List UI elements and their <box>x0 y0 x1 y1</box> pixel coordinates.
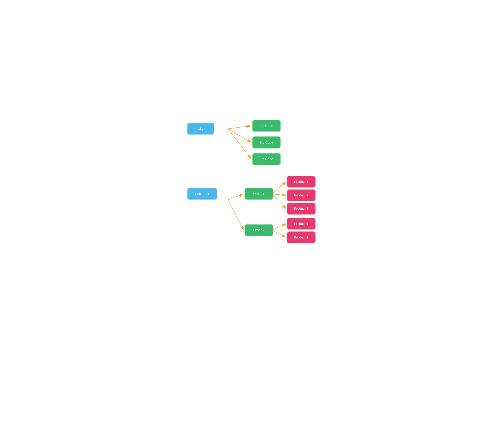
svg-line-8 <box>272 194 286 209</box>
svg-line-9 <box>272 224 286 230</box>
svg-line-3 <box>228 129 251 159</box>
order1-product3-node: Product 3 <box>287 203 316 215</box>
zipcode-node-1: Zip Code <box>252 120 281 132</box>
customer-node: Customer <box>187 188 217 200</box>
svg-line-10 <box>272 230 286 237</box>
zipcode-node-3: Zip Code <box>252 153 281 165</box>
order2-node: Order 2 <box>245 224 273 236</box>
order2-product1-node: Product 1 <box>287 218 316 230</box>
order1-product2-node: Product 2 <box>287 189 316 201</box>
order2-product2-node: Product 2 <box>287 231 316 244</box>
svg-line-7 <box>272 194 286 195</box>
svg-line-4 <box>228 194 244 200</box>
svg-line-1 <box>228 126 251 129</box>
svg-line-6 <box>272 182 286 194</box>
svg-line-2 <box>228 129 251 142</box>
city-node: City <box>187 123 214 135</box>
svg-line-5 <box>228 200 244 230</box>
zipcode-node-2: Zip Code <box>252 136 281 148</box>
order1-product1-node: Product 1 <box>287 176 316 188</box>
order1-node: Order 1 <box>245 188 273 200</box>
